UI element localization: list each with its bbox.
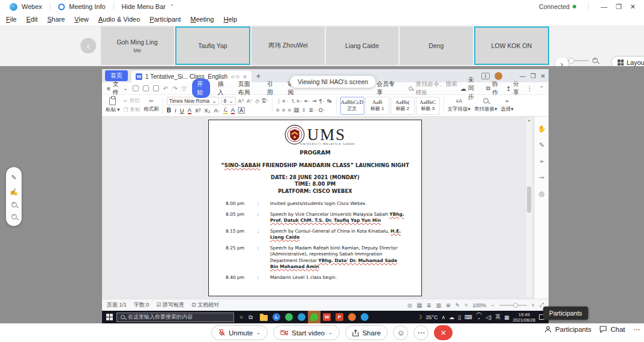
menu-file[interactable]: File (6, 16, 17, 23)
proofread-toggle[interactable]: ⊡ 文档校对 (191, 301, 219, 309)
redo-icon[interactable]: ↷ (172, 85, 177, 92)
chevron-down-icon[interactable]: ⌄ (328, 330, 333, 335)
volume-icon[interactable]: ◁) (486, 314, 492, 320)
undo-icon[interactable]: ↶ (163, 85, 168, 92)
fit-page-icon[interactable]: ⌗ (465, 302, 468, 308)
save-icon[interactable] (133, 85, 139, 91)
wps-file-menu[interactable]: ≡ 文件 ⌄ (107, 80, 128, 97)
scroll-up-icon[interactable]: ▴ (526, 118, 532, 123)
video-tile-1[interactable]: Goh Ming LingMe (101, 26, 174, 65)
cortana-icon[interactable]: ○ (239, 314, 243, 320)
zoom-knob[interactable] (513, 303, 518, 308)
outline-view-icon[interactable]: ≣ (427, 302, 432, 308)
grow-font-icon[interactable]: A⁺ (238, 98, 244, 104)
hide-menu-bar-button[interactable]: Hide Menu Bar (122, 3, 166, 10)
close-button[interactable]: ✕ (630, 3, 636, 11)
superscript-button[interactable]: X² (195, 107, 201, 114)
share-button[interactable]: Share (345, 325, 388, 340)
powerpoint-icon[interactable]: P (333, 311, 346, 323)
pen-tool-icon[interactable]: ✎ (539, 141, 544, 149)
menu-edit[interactable]: Edit (26, 16, 38, 23)
ribbon-tab-插入[interactable]: 插入 (212, 79, 230, 98)
zoom-slider[interactable] (566, 60, 589, 61)
numbering-button[interactable]: ⒈≡· (290, 98, 302, 104)
zoom-in-button[interactable]: + (532, 302, 535, 308)
menu-help[interactable]: Help (223, 16, 237, 23)
pointer-icon[interactable]: ✍ (10, 188, 18, 196)
shrink-font-icon[interactable]: A⁻ (247, 98, 253, 104)
leave-meeting-button[interactable]: ✕ (434, 325, 453, 340)
style-标题 1[interactable]: AaB标题 1 (366, 97, 390, 115)
meeting-info-button[interactable]: Meeting Info (69, 3, 106, 10)
more-font-button[interactable]: A· (214, 107, 220, 114)
start-button[interactable] (102, 314, 116, 320)
ribbon-tab-开始[interactable]: 开始 (192, 79, 210, 98)
menu-audio-video[interactable]: Audio & Video (98, 16, 140, 23)
zoom-slider[interactable] (499, 305, 527, 306)
more-panels-button[interactable]: ⋯ (634, 325, 641, 334)
zoom-in-icon[interactable]: + (11, 202, 17, 207)
edit-icon[interactable]: ✎ (456, 302, 460, 308)
video-tile-4[interactable]: Liang Caide (326, 26, 399, 65)
video-tile-3[interactable]: 周玮 ZhouWei (251, 26, 325, 65)
zoom-slider-knob[interactable] (568, 58, 574, 64)
share-button[interactable]: ↥分享 (506, 80, 520, 97)
format-painter-button[interactable]: ✏ 格式刷 (143, 96, 159, 115)
taskbar-clock[interactable]: 19:49 2021/06/28 (513, 312, 535, 323)
reactions-button[interactable]: ☺ (393, 325, 408, 340)
copy-button[interactable]: ❐复制 (124, 106, 140, 114)
ribbon-tab-页面布局[interactable]: 页面布局 (233, 79, 260, 98)
sync-status-button[interactable]: ☁未同步 (460, 76, 480, 101)
command-search[interactable]: 查找命令、搜索模板 (409, 80, 460, 97)
read-view-icon[interactable]: ▥ (436, 302, 442, 308)
chat-button[interactable]: Chat (600, 326, 625, 333)
italic-button[interactable]: I (175, 107, 176, 114)
tray-expand-icon[interactable]: ∧ (441, 314, 445, 320)
menu-participant[interactable]: Participant (149, 16, 181, 23)
collapse-ribbon-icon[interactable]: ⌃ (539, 85, 544, 91)
wps-icon[interactable]: W (320, 311, 333, 323)
video-tile-5[interactable]: Deng (400, 26, 473, 65)
keyboard-icon[interactable]: ⌨ (465, 314, 472, 320)
wechat-icon[interactable] (308, 311, 320, 323)
outdent-button[interactable]: ⇤ (305, 98, 310, 104)
page-view-icon[interactable]: ▤ (417, 302, 422, 308)
video-tile-6[interactable]: LOW KOK ON (474, 26, 550, 65)
zoom-out-button[interactable]: − (491, 302, 494, 308)
font-size-select[interactable]: 8⌄ (221, 97, 236, 105)
scrollbar-thumb[interactable] (527, 186, 531, 213)
web-view-icon[interactable]: ⊕ (446, 302, 451, 308)
select-tool-icon[interactable]: ➢ (539, 157, 544, 165)
paste-button[interactable]: 粘贴 ▾ (106, 96, 120, 115)
file-explorer-icon[interactable] (257, 311, 270, 323)
participants-button[interactable]: Participants (544, 326, 591, 333)
menu-meeting[interactable]: Meeting (190, 16, 214, 23)
pinyin-icon[interactable]: 娈· (262, 97, 268, 105)
font-name-select[interactable]: Times New Roma⌄ (167, 97, 219, 105)
touch-keyboard-icon[interactable]: ▦ (504, 314, 510, 320)
bullets-button[interactable]: ⋮≡· (276, 98, 288, 104)
cloud-icon[interactable]: ☁ (449, 314, 454, 320)
zoom-level[interactable]: 100% (472, 302, 486, 308)
app-blue-l-icon[interactable]: L (270, 311, 283, 323)
print-icon[interactable] (143, 85, 149, 91)
underline-button[interactable]: U (180, 107, 184, 114)
task-view-icon[interactable]: ⧉ (248, 314, 253, 321)
taskbar-search[interactable]: 在这里输入你要搜索的内容 (116, 313, 234, 322)
spell-check-toggle[interactable]: ☑ 拼写检查 (157, 301, 185, 309)
char-border-button[interactable]: 🄰 (238, 107, 244, 114)
bold-button[interactable]: B (167, 107, 171, 114)
more-vertical-icon[interactable]: ⋮ (526, 85, 532, 92)
maximize-button[interactable]: ❐ (616, 3, 622, 11)
distribute-button[interactable]: ⇳ (301, 107, 307, 113)
shading-button[interactable]: ⛭· (319, 107, 326, 113)
hand-tool-icon[interactable]: ✋ (538, 125, 546, 133)
wifi-icon[interactable] (476, 315, 482, 319)
unmute-button[interactable]: Unmute⌄ (211, 325, 268, 340)
chevron-down-icon[interactable]: ⌄ (256, 330, 260, 335)
weather-moon-icon[interactable]: ☽ (417, 314, 422, 320)
minimize-button[interactable]: — (601, 3, 607, 10)
menu-view[interactable]: View (74, 16, 89, 23)
align-left-button[interactable]: ≡ (276, 107, 280, 113)
device-icon[interactable]: ▯ (458, 314, 461, 320)
